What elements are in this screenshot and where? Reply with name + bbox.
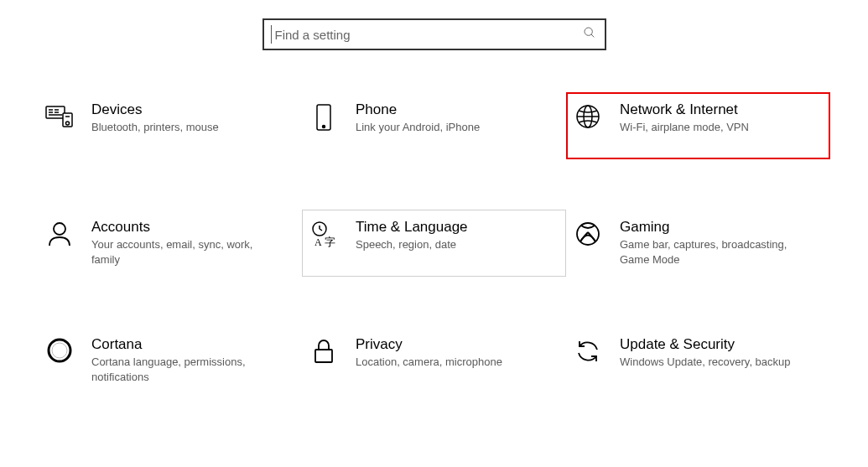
tile-privacy[interactable]: Privacy Location, camera, microphone	[302, 327, 566, 394]
tile-accounts[interactable]: Accounts Your accounts, email, sync, wor…	[38, 210, 302, 277]
lock-icon	[307, 336, 340, 365]
time-language-icon: A 字	[307, 219, 340, 249]
svg-point-16	[54, 223, 65, 235]
tile-title: Devices	[91, 101, 268, 118]
settings-grid: Devices Bluetooth, printers, mouse Phone…	[0, 92, 868, 394]
tile-title: Privacy	[356, 336, 532, 353]
tile-desc: Speech, region, date	[356, 237, 532, 252]
tile-title: Phone	[356, 101, 532, 118]
tile-gaming[interactable]: Gaming Game bar, captures, broadcasting,…	[566, 210, 830, 277]
tile-desc: Bluetooth, printers, mouse	[91, 120, 268, 135]
search-box[interactable]	[262, 18, 606, 50]
svg-point-0	[585, 28, 592, 35]
svg-line-19	[320, 229, 322, 231]
search-icon	[583, 26, 596, 43]
devices-icon	[43, 101, 76, 130]
tile-title: Update & Security	[620, 336, 796, 353]
cortana-icon	[43, 336, 76, 363]
tile-phone[interactable]: Phone Link your Android, iPhone	[302, 92, 566, 159]
phone-icon	[307, 101, 340, 132]
svg-rect-25	[315, 350, 332, 362]
svg-point-22	[577, 223, 599, 245]
tile-desc: Cortana language, permissions, notificat…	[91, 355, 268, 384]
tile-title: Gaming	[620, 219, 796, 236]
tile-title: Time & Language	[356, 219, 532, 236]
search-input[interactable]	[273, 27, 583, 43]
xbox-icon	[571, 219, 605, 247]
tile-desc: Your accounts, email, sync, work, family	[91, 237, 268, 267]
tile-cortana[interactable]: Cortana Cortana language, permissions, n…	[38, 327, 302, 394]
svg-point-24	[52, 343, 67, 358]
text-cursor	[271, 25, 272, 44]
tile-title: Cortana	[91, 336, 268, 353]
tile-desc: Windows Update, recovery, backup	[620, 355, 796, 370]
search-container	[0, 0, 868, 92]
tile-time-language[interactable]: A 字 Time & Language Speech, region, date	[302, 210, 566, 277]
svg-point-12	[323, 126, 325, 128]
tile-desc: Game bar, captures, broadcasting, Game M…	[620, 237, 796, 267]
sync-icon	[571, 336, 605, 365]
svg-text:A: A	[314, 236, 322, 248]
tile-title: Accounts	[91, 219, 268, 236]
svg-text:字: 字	[325, 236, 335, 248]
person-icon	[43, 219, 76, 247]
tile-network[interactable]: Network & Internet Wi-Fi, airplane mode,…	[566, 92, 830, 159]
globe-icon	[571, 101, 605, 130]
tile-desc: Location, camera, microphone	[356, 355, 532, 370]
tile-desc: Wi-Fi, airplane mode, VPN	[620, 120, 796, 135]
tile-title: Network & Internet	[620, 101, 796, 118]
tile-devices[interactable]: Devices Bluetooth, printers, mouse	[38, 92, 302, 159]
tile-desc: Link your Android, iPhone	[356, 120, 532, 135]
svg-line-1	[591, 34, 594, 37]
tile-update-security[interactable]: Update & Security Windows Update, recove…	[566, 327, 830, 394]
